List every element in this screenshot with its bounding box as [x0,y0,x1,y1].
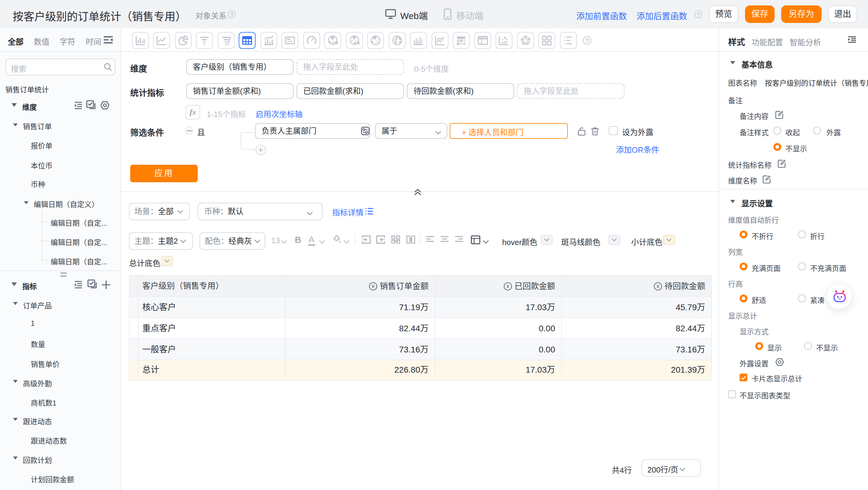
svg-text:¥: ¥ [656,284,659,289]
svg-text:CN: CN [333,41,338,45]
svg-text:¥: ¥ [506,284,509,289]
svg-text:¥: ¥ [371,284,375,289]
svg-text:CN: CN [354,41,360,45]
